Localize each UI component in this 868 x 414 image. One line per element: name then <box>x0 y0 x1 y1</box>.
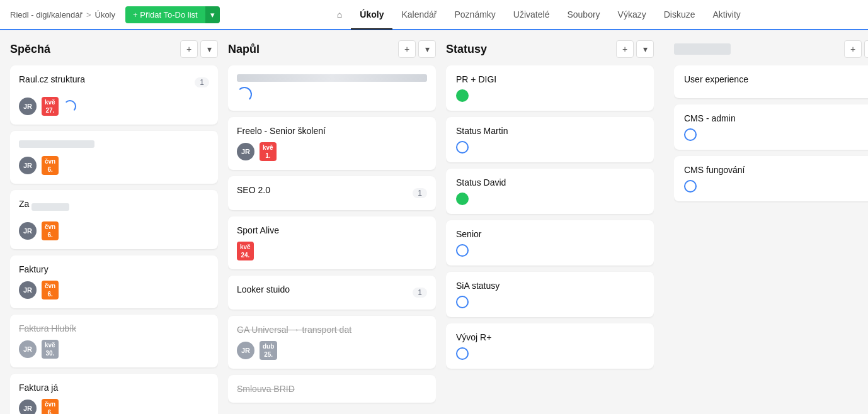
card-faktury[interactable]: Faktury JR čvn 6. <box>10 255 218 308</box>
breadcrumb: Riedl - digi/kalendář > Úkoly <box>10 10 115 20</box>
nav-home-icon[interactable]: ⌂ <box>328 1 351 28</box>
card-blurred1[interactable]: JR čvn 6. <box>10 131 218 184</box>
card-title-ga-universal: GA Universal → transport dat <box>237 325 351 335</box>
status-icon-pr-digi <box>456 89 469 102</box>
card-title-faktura-ja: Faktura já <box>19 383 58 393</box>
column-body-napul: Freelo - Senior školení JR kvě 1. SEO 2.… <box>228 65 436 414</box>
board: Spěchá + ▾ Raul.cz struktura 1 JR kvě 27… <box>0 30 868 414</box>
card-meta-faktura-ja: JR čvn 6. <box>19 399 209 414</box>
card-cms-admin[interactable]: CMS - admin <box>674 104 868 150</box>
avatar-freelo: JR <box>237 143 254 160</box>
card-raul[interactable]: Raul.cz struktura 1 JR kvě 27. <box>10 65 218 125</box>
card-vyvoj-r[interactable]: Vývoj R+ <box>446 323 654 369</box>
column-add-button-specha[interactable]: + <box>180 40 198 58</box>
nav-item-uzivatele[interactable]: Uživatelé <box>505 1 559 30</box>
card-meta-faktura-hlubik: JR kvě 30. <box>19 340 209 359</box>
card-faktura-ja[interactable]: Faktura já JR čvn 6. <box>10 374 218 414</box>
card-meta-sport-alive: kvě 24. <box>237 242 427 260</box>
column-napul: Napůl + ▾ Freelo - Senior školení JR <box>228 40 436 414</box>
badge-faktura-ja: čvn 6. <box>42 399 59 414</box>
card-title-faktury: Faktury <box>19 264 49 274</box>
nav-item-soubory[interactable]: Soubory <box>558 1 608 30</box>
status-icon-senior <box>456 244 469 257</box>
card-senior[interactable]: Senior <box>446 220 654 266</box>
breadcrumb-separator: > <box>86 10 91 20</box>
breadcrumb-root[interactable]: Riedl - digi/kalendář <box>10 10 83 20</box>
column-add-button-napul[interactable]: + <box>398 40 416 58</box>
nav-item-poznamky[interactable]: Poznámky <box>446 1 505 30</box>
avatar-blurred1: JR <box>19 157 37 174</box>
column-add-button-fourth[interactable]: + <box>844 40 862 58</box>
column-dropdown-button-napul[interactable]: ▾ <box>418 40 436 58</box>
card-row-sia-statusy <box>456 296 644 308</box>
column-title-statusy: Statusy <box>446 43 487 56</box>
badge-faktury: čvn 6. <box>42 281 59 299</box>
column-dropdown-button-specha[interactable]: ▾ <box>200 40 218 58</box>
card-status-david[interactable]: Status David <box>446 169 654 214</box>
card-seo[interactable]: SEO 2.0 1 <box>228 176 436 210</box>
column-actions-specha: + ▾ <box>180 40 218 58</box>
card-row-pr-digi <box>456 89 644 102</box>
nav-item-diskuze[interactable]: Diskuze <box>655 1 704 30</box>
column-dropdown-button-statusy[interactable]: ▾ <box>636 40 654 58</box>
column-add-button-statusy[interactable]: + <box>616 40 634 58</box>
column-dropdown-button-fourth[interactable]: ▾ <box>864 40 868 58</box>
column-title-napul: Napůl <box>228 43 260 56</box>
card-row-cms-fungovani <box>684 180 868 193</box>
card-meta-blurred1: JR čvn 6. <box>19 156 209 175</box>
add-todo-button[interactable]: + Přidat To-Do list <box>125 6 205 23</box>
column-actions-napul: + ▾ <box>398 40 436 58</box>
blurred-title-1 <box>19 140 94 148</box>
column-header-statusy: Statusy + ▾ <box>446 40 654 58</box>
card-meta-freelo: JR kvě 1. <box>237 142 427 161</box>
badge-freelo: kvě 1. <box>260 142 277 161</box>
card-status-martin[interactable]: Status Martin <box>446 117 654 162</box>
card-sia-statusy[interactable]: SiA statusy <box>446 272 654 317</box>
blurred-image-napul <box>237 74 427 82</box>
card-count-seo: 1 <box>413 188 427 198</box>
avatar-faktury: JR <box>19 281 37 299</box>
nav-item-vykazy[interactable]: Výkazy <box>609 1 655 30</box>
nav-item-kalendar[interactable]: Kalendář <box>392 1 445 30</box>
nav-item-ukoly[interactable]: Úkoly <box>351 1 392 30</box>
card-ux[interactable]: User experience <box>674 65 868 98</box>
badge-faktura-hlubik: kvě 30. <box>42 340 59 359</box>
avatar-raul: JR <box>19 98 37 115</box>
column-header-specha: Spěchá + ▾ <box>10 40 218 58</box>
card-row-senior <box>456 244 644 257</box>
card-title-status-david: Status David <box>456 177 644 187</box>
card-faktura-hlubik[interactable]: Faktura Hlubík JR kvě 30. <box>10 315 218 367</box>
status-icon-vyvoj-r <box>456 347 469 360</box>
card-meta-za: JR čvn 6. <box>19 221 209 240</box>
card-ga-universal[interactable]: GA Universal → transport dat JR dub 25. <box>228 316 436 369</box>
card-blurred-top[interactable] <box>228 65 436 111</box>
column-actions-fourth: + ▾ <box>844 40 868 58</box>
avatar-faktura-ja: JR <box>19 400 37 414</box>
card-title-status-martin: Status Martin <box>456 126 644 136</box>
card-row-status-david <box>456 193 644 205</box>
card-title-cms-fungovani: CMS fungování <box>684 165 868 175</box>
nav-item-aktivity[interactable]: Aktivity <box>704 1 750 30</box>
main-nav: ⌂ Úkoly Kalendář Poznámky Uživatelé Soub… <box>328 1 750 28</box>
card-looker[interactable]: Looker stuido 1 <box>228 276 436 310</box>
card-freelo[interactable]: Freelo - Senior školení JR kvě 1. <box>228 117 436 170</box>
card-row-status-martin <box>456 141 644 154</box>
column-statusy: Statusy + ▾ PR + DIGI Status Martin Stat <box>446 40 654 414</box>
card-sport-alive[interactable]: Sport Alive kvě 24. <box>228 216 436 269</box>
spinner-napul <box>237 87 252 102</box>
card-count-looker: 1 <box>413 288 427 298</box>
avatar-za: JR <box>19 222 37 240</box>
card-za[interactable]: Za JR čvn 6. <box>10 190 218 249</box>
card-cms-fungovani[interactable]: CMS fungování <box>674 156 868 201</box>
add-todo-dropdown-button[interactable]: ▾ <box>205 6 220 23</box>
card-pr-digi[interactable]: PR + DIGI <box>446 65 654 111</box>
card-title-looker: Looker stuido <box>237 284 290 294</box>
card-title-freelo: Freelo - Senior školení <box>237 126 326 136</box>
card-smlouva[interactable]: Smlouva BRID <box>228 375 436 403</box>
card-title-za: Za <box>19 199 29 209</box>
top-bar: Riedl - digi/kalendář > Úkoly + Přidat T… <box>0 0 868 30</box>
card-title-cms-admin: CMS - admin <box>684 113 868 123</box>
blurred-za-suffix <box>31 203 69 211</box>
badge-blurred1: čvn 6. <box>42 156 59 175</box>
column-header-napul: Napůl + ▾ <box>228 40 436 58</box>
